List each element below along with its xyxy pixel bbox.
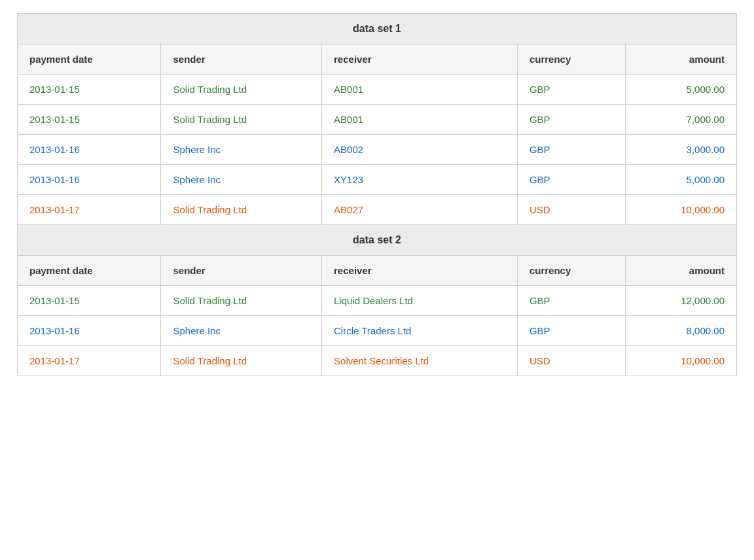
table-row: 2013-01-16 Sphere Inc XY123 GBP 5,000.00 bbox=[18, 165, 737, 195]
cell-receiver: XY123 bbox=[322, 165, 518, 195]
dataset1-column-headers: payment date sender receiver currency am… bbox=[18, 44, 737, 75]
col-receiver-1: receiver bbox=[322, 44, 518, 75]
dataset2-title: data set 2 bbox=[18, 225, 737, 256]
col-currency-1: currency bbox=[517, 44, 625, 75]
dataset1-section-header: data set 1 bbox=[18, 14, 737, 44]
cell-sender: Solid Trading Ltd bbox=[161, 75, 322, 105]
cell-amount: 7,000.00 bbox=[625, 105, 736, 135]
cell-currency: GBP bbox=[517, 105, 625, 135]
cell-date: 2013-01-17 bbox=[18, 346, 161, 376]
table-row: 2013-01-16 Sphere Inc Circle Traders Ltd… bbox=[18, 316, 737, 346]
cell-amount: 8,000.00 bbox=[625, 316, 736, 346]
cell-currency: GBP bbox=[517, 135, 625, 165]
cell-amount: 10,000.00 bbox=[625, 195, 736, 225]
cell-currency: GBP bbox=[517, 75, 625, 105]
cell-currency: GBP bbox=[517, 286, 625, 316]
cell-sender: Solid Trading Ltd bbox=[161, 286, 322, 316]
cell-sender: Solid Trading Ltd bbox=[161, 105, 322, 135]
cell-amount: 5,000.00 bbox=[625, 75, 736, 105]
cell-receiver: Liquid Dealers Ltd bbox=[322, 286, 518, 316]
cell-sender: Sphere Inc bbox=[161, 316, 322, 346]
cell-date: 2013-01-15 bbox=[18, 105, 161, 135]
cell-currency: GBP bbox=[517, 165, 625, 195]
cell-currency: USD bbox=[517, 346, 625, 376]
cell-currency: GBP bbox=[517, 316, 625, 346]
cell-amount: 3,000.00 bbox=[625, 135, 736, 165]
col-currency-2: currency bbox=[517, 256, 625, 286]
cell-date: 2013-01-15 bbox=[18, 75, 161, 105]
table-row: 2013-01-16 Sphere Inc AB002 GBP 3,000.00 bbox=[18, 135, 737, 165]
col-receiver-2: receiver bbox=[322, 256, 518, 286]
cell-date: 2013-01-16 bbox=[18, 316, 161, 346]
cell-sender: Solid Trading Ltd bbox=[161, 195, 322, 225]
dataset2-section-header: data set 2 bbox=[18, 225, 737, 256]
cell-date: 2013-01-16 bbox=[18, 165, 161, 195]
cell-currency: USD bbox=[517, 195, 625, 225]
dataset2-column-headers: payment date sender receiver currency am… bbox=[18, 256, 737, 286]
col-sender-2: sender bbox=[161, 256, 322, 286]
cell-receiver: AB001 bbox=[322, 75, 518, 105]
cell-sender: Sphere Inc bbox=[161, 165, 322, 195]
col-amount-2: amount bbox=[625, 256, 736, 286]
table-row: 2013-01-17 Solid Trading Ltd AB027 USD 1… bbox=[18, 195, 737, 225]
cell-sender: Sphere Inc bbox=[161, 135, 322, 165]
data-table: data set 1 payment date sender receiver … bbox=[17, 13, 737, 376]
cell-amount: 5,000.00 bbox=[625, 165, 736, 195]
col-sender-1: sender bbox=[161, 44, 322, 75]
cell-amount: 10,000.00 bbox=[625, 346, 736, 376]
cell-date: 2013-01-17 bbox=[18, 195, 161, 225]
cell-amount: 12,000.00 bbox=[625, 286, 736, 316]
cell-receiver: AB027 bbox=[322, 195, 518, 225]
cell-sender: Solid Trading Ltd bbox=[161, 346, 322, 376]
cell-date: 2013-01-16 bbox=[18, 135, 161, 165]
table-row: 2013-01-17 Solid Trading Ltd Solvent Sec… bbox=[18, 346, 737, 376]
table-row: 2013-01-15 Solid Trading Ltd AB001 GBP 7… bbox=[18, 105, 737, 135]
cell-date: 2013-01-15 bbox=[18, 286, 161, 316]
cell-receiver: AB002 bbox=[322, 135, 518, 165]
dataset1-title: data set 1 bbox=[18, 14, 737, 44]
main-container: data set 1 payment date sender receiver … bbox=[17, 13, 737, 376]
cell-receiver: Solvent Securities Ltd bbox=[322, 346, 518, 376]
col-amount-1: amount bbox=[625, 44, 736, 75]
col-payment-date-1: payment date bbox=[18, 44, 161, 75]
cell-receiver: Circle Traders Ltd bbox=[322, 316, 518, 346]
table-row: 2013-01-15 Solid Trading Ltd AB001 GBP 5… bbox=[18, 75, 737, 105]
cell-receiver: AB001 bbox=[322, 105, 518, 135]
col-payment-date-2: payment date bbox=[18, 256, 161, 286]
table-row: 2013-01-15 Solid Trading Ltd Liquid Deal… bbox=[18, 286, 737, 316]
